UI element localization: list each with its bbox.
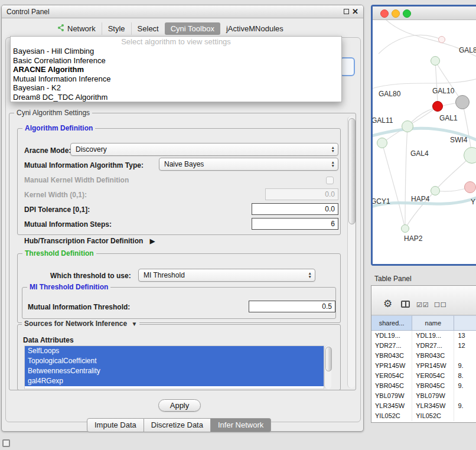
network-node-green-mid[interactable] — [402, 120, 413, 132]
network-node-green-left[interactable] — [377, 138, 387, 148]
attribute-item[interactable]: TopologicalCoefficient — [25, 356, 324, 366]
network-node-red-selected[interactable] — [432, 101, 443, 112]
close-icon[interactable]: ✕ — [352, 8, 358, 15]
aracne-mode-label: Aracne Mode: — [24, 146, 71, 155]
updown-arrows-icon: ▲▼ — [331, 146, 335, 153]
deselect-all-checkboxes-icon[interactable]: ☐☐ — [434, 301, 447, 309]
sources-toggle[interactable]: Sources for Network Inference ▼ — [22, 319, 139, 328]
collapsed-panel-icon[interactable] — [2, 439, 10, 447]
network-canvas[interactable]: GAL8 GAL80 GAL10 GAL11 GAL1 SWI4 GAL4 GC… — [373, 20, 476, 264]
settings-scrollbar[interactable] — [347, 116, 355, 388]
apply-button[interactable]: Apply — [158, 399, 201, 412]
control-panel-titlebar[interactable]: Control Panel ✕ — [2, 5, 363, 18]
scrollbar-thumb[interactable] — [325, 347, 332, 371]
dropdown-item-bayesian-hill[interactable]: Bayesian - Hill Climbing — [11, 47, 341, 56]
updown-arrows-icon: ▲▼ — [308, 272, 312, 279]
node-label-swi4: SWI4 — [450, 136, 467, 144]
group-title: MI Threshold Definition — [27, 283, 110, 291]
attribute-item[interactable]: BetweennessCentrality — [25, 366, 324, 376]
cell: YBL079W — [412, 391, 454, 401]
kernel-width-label: Kernel Width (0,1): — [24, 191, 87, 199]
table-row[interactable]: YBL079W YBL079W — [371, 391, 476, 401]
cell: YER054C — [371, 371, 412, 381]
group-title: Cyni Algorithm Settings — [14, 109, 92, 117]
network-node-green-small[interactable] — [431, 186, 440, 195]
network-node-pink[interactable] — [464, 181, 476, 193]
algorithm-dropdown-popup: Select algorithm to view settings Bayesi… — [10, 36, 342, 102]
tab-impute-data[interactable]: Impute Data — [87, 418, 144, 432]
node-label-gal4: GAL4 — [410, 149, 429, 158]
node-label-y-partial: Y — [471, 198, 475, 206]
hub-definition-toggle[interactable]: Hub/Transcription Factor Definition ▶ — [24, 237, 155, 245]
network-window-titlebar[interactable] — [373, 6, 476, 20]
node-label-gal1: GAL1 — [439, 114, 458, 122]
zoom-traffic-light[interactable] — [403, 9, 411, 18]
columns-icon[interactable] — [401, 301, 410, 308]
mi-threshold-field[interactable]: 0.5 — [249, 301, 335, 312]
which-threshold-select[interactable]: MI Threshold ▲▼ — [138, 269, 315, 282]
tab-infer-network[interactable]: Infer Network — [211, 418, 271, 432]
cell: YIL052C — [412, 411, 454, 421]
network-node-gray[interactable] — [455, 95, 470, 109]
network-node-green-large[interactable] — [464, 147, 476, 164]
tab-select[interactable]: Select — [131, 22, 165, 35]
tab-label: jActiveMNodules — [226, 24, 283, 33]
tab-discretize-data[interactable]: Discretize Data — [144, 418, 211, 432]
cell: YBR043C — [412, 351, 454, 361]
dropdown-item-aracne[interactable]: ARACNE Algorithm — [11, 65, 341, 74]
scrollbar-thumb[interactable] — [348, 118, 356, 224]
cell: 9. — [454, 361, 476, 371]
gear-icon[interactable]: ⚙ — [383, 299, 392, 309]
tab-style[interactable]: Style — [102, 22, 131, 35]
float-icon[interactable] — [344, 9, 349, 14]
network-window: GAL8 GAL80 GAL10 GAL11 GAL1 SWI4 GAL4 GC… — [371, 5, 476, 266]
selected-value: Discovery — [76, 145, 107, 154]
dropdown-placeholder: Select algorithm to view settings — [11, 37, 341, 47]
network-node-green-top[interactable] — [431, 56, 440, 66]
close-traffic-light[interactable] — [380, 9, 389, 18]
table-panel-title: Table Panel — [374, 275, 412, 283]
network-node-pink-small[interactable] — [438, 36, 445, 43]
tab-cyni-toolbox[interactable]: Cyni Toolbox — [165, 22, 220, 35]
mi-algorithm-type-select[interactable]: Naive Bayes ▲▼ — [159, 158, 338, 171]
window-title: Control Panel — [2, 5, 50, 18]
table-row[interactable]: YDL19... YDL19... 13 — [371, 331, 476, 341]
attribute-item[interactable]: SelfLoops — [25, 346, 324, 356]
node-label-hap2: HAP2 — [404, 234, 422, 243]
table-row[interactable]: YER054C YER054C 8. — [371, 371, 476, 381]
table-row[interactable]: YLR345W YLR345W 9. — [371, 401, 476, 411]
table-row[interactable]: YPR145W YPR145W 9. — [371, 361, 476, 371]
dropdown-item-dream8[interactable]: Dream8 DC_TDC Algorithm — [11, 93, 341, 102]
dropdown-item-mutual-information[interactable]: Mutual Information Inference — [11, 74, 341, 84]
dpi-tolerance-field[interactable]: 0.0 — [252, 203, 338, 215]
mi-steps-field[interactable]: 6 — [252, 218, 338, 230]
tab-network[interactable]: Network — [51, 22, 102, 35]
mi-threshold-label: Mutual Information Threshold: — [28, 303, 130, 311]
column-header-shared-name[interactable]: shared... — [371, 315, 412, 331]
cell: 9. — [454, 381, 476, 391]
table-row[interactable]: YBR043C YBR043C — [371, 351, 476, 361]
table-row[interactable]: YIL052C YIL052C — [371, 411, 476, 421]
cell: 8. — [454, 371, 476, 381]
minimize-traffic-light[interactable] — [392, 9, 400, 18]
manual-kernel-checkbox[interactable] — [326, 177, 334, 184]
table-row[interactable]: YBR045C YBR045C 9. — [371, 381, 476, 391]
kernel-width-field[interactable]: 0.0 — [265, 188, 338, 200]
table-row[interactable]: YDR27... YDR27... 12 — [371, 341, 476, 351]
expand-arrow-icon: ▶ — [150, 237, 155, 244]
attributes-scrollbar[interactable] — [324, 345, 331, 389]
aracne-mode-select[interactable]: Discovery ▲▼ — [70, 143, 338, 156]
select-all-checkboxes-icon[interactable]: ☑☑ — [416, 301, 429, 309]
cell — [454, 351, 476, 361]
tab-label: Select — [138, 24, 159, 33]
cell: YDR27... — [371, 341, 412, 351]
network-node-green-bottom[interactable] — [401, 224, 409, 233]
dropdown-item-basic-correlation[interactable]: Basic Correlation Inference — [11, 56, 341, 66]
column-header-name[interactable]: name — [412, 315, 454, 331]
cell: YDL19... — [371, 331, 412, 341]
attribute-item[interactable]: gal4RGexp — [25, 376, 324, 386]
tab-jactivemnodules[interactable]: jActiveMNodules — [220, 22, 289, 35]
column-header-partial[interactable] — [454, 315, 476, 331]
cell: YBL079W — [371, 391, 412, 401]
dropdown-item-bayesian-k2[interactable]: Bayesian - K2 — [11, 83, 341, 93]
